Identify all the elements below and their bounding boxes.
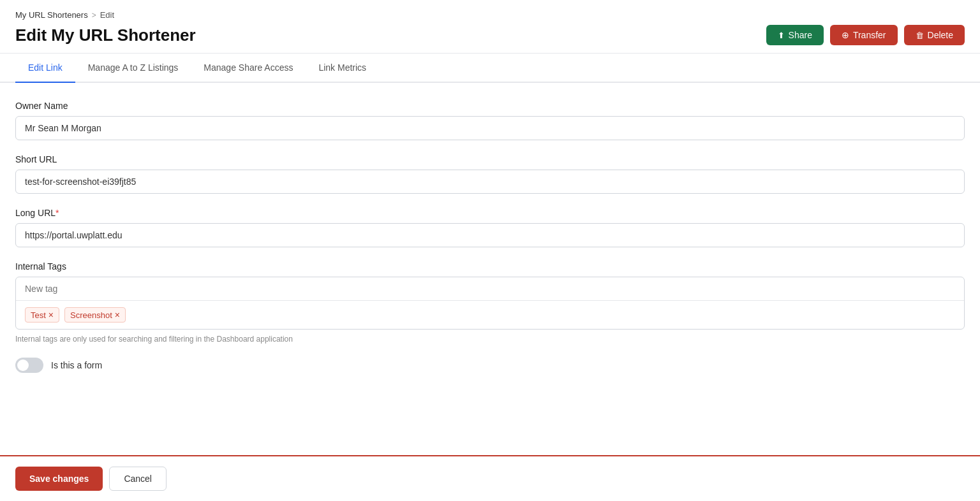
header-actions: Share Transfer Delete	[766, 25, 965, 45]
delete-button[interactable]: Delete	[904, 25, 965, 45]
tab-link-metrics[interactable]: Link Metrics	[306, 54, 379, 83]
footer: Save changes Cancel	[0, 455, 980, 501]
breadcrumb: My URL Shorteners > Edit	[15, 10, 965, 20]
short-url-input[interactable]	[15, 170, 965, 194]
tab-edit-link[interactable]: Edit Link	[15, 54, 75, 83]
toggle-slider	[15, 358, 43, 373]
is-form-toggle-row: Is this a form	[15, 358, 965, 373]
tag-test-remove[interactable]: ×	[48, 310, 54, 319]
share-icon	[778, 30, 785, 40]
owner-name-input[interactable]	[15, 116, 965, 140]
tag-screenshot: Screenshot ×	[64, 307, 126, 323]
form-content: Owner Name Short URL Long URL* Internal …	[0, 83, 980, 455]
internal-tags-group: Internal Tags Test × Screenshot × Intern…	[15, 261, 965, 344]
tag-screenshot-remove[interactable]: ×	[115, 310, 120, 319]
long-url-label: Long URL*	[15, 208, 965, 218]
tag-screenshot-label: Screenshot	[70, 310, 112, 320]
tag-test: Test ×	[25, 307, 59, 323]
page-wrapper: My URL Shorteners > Edit Edit My URL Sho…	[0, 0, 980, 501]
is-form-label: Is this a form	[51, 360, 102, 370]
owner-name-group: Owner Name	[15, 101, 965, 140]
long-url-required: *	[56, 208, 59, 218]
tags-list: Test × Screenshot ×	[16, 301, 964, 329]
header-row: Edit My URL Shortener Share Transfer Del…	[15, 25, 965, 45]
internal-tags-label: Internal Tags	[15, 261, 965, 272]
header: My URL Shorteners > Edit Edit My URL Sho…	[0, 0, 980, 54]
long-url-group: Long URL*	[15, 208, 965, 247]
tags-hint: Internal tags are only used for searchin…	[15, 335, 965, 344]
is-form-toggle[interactable]	[15, 358, 43, 373]
tabs-bar: Edit Link Manage A to Z Listings Manage …	[0, 54, 980, 83]
short-url-group: Short URL	[15, 154, 965, 194]
long-url-input[interactable]	[15, 223, 965, 247]
new-tag-input[interactable]	[16, 277, 964, 301]
share-button[interactable]: Share	[766, 25, 824, 45]
breadcrumb-separator: >	[92, 11, 96, 20]
transfer-button[interactable]: Transfer	[830, 25, 898, 45]
transfer-icon	[842, 30, 849, 40]
breadcrumb-current: Edit	[100, 10, 114, 20]
save-button[interactable]: Save changes	[15, 467, 103, 491]
page-title: Edit My URL Shortener	[15, 25, 196, 45]
tag-test-label: Test	[31, 310, 46, 320]
tab-manage-share[interactable]: Manage Share Access	[191, 54, 306, 83]
cancel-button[interactable]: Cancel	[109, 467, 167, 491]
short-url-label: Short URL	[15, 154, 965, 164]
tags-input-wrapper: Test × Screenshot ×	[15, 277, 965, 330]
breadcrumb-parent[interactable]: My URL Shorteners	[15, 10, 88, 20]
tab-manage-az[interactable]: Manage A to Z Listings	[75, 54, 191, 83]
owner-name-label: Owner Name	[15, 101, 965, 111]
delete-icon	[916, 30, 924, 40]
